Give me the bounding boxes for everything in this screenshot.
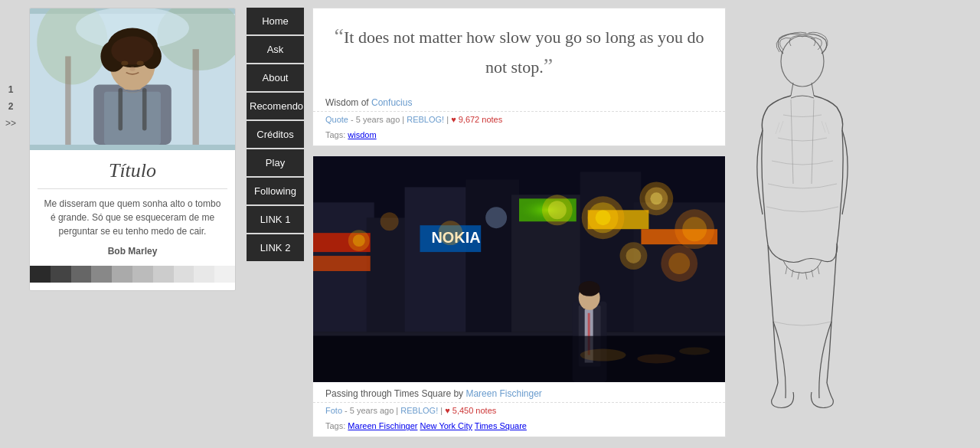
- quote-content: It does not matter how slow you go so lo…: [313, 8, 725, 93]
- nav-item-following[interactable]: Following: [247, 178, 304, 204]
- quote-separator-1: -: [351, 115, 356, 124]
- quote-tags: Tags: wisdom: [313, 129, 725, 146]
- svg-point-52: [438, 221, 462, 246]
- svg-point-61: [579, 281, 600, 296]
- quote-source-link[interactable]: Confucius: [371, 97, 412, 108]
- svg-point-48: [668, 253, 690, 274]
- left-numbers-panel: 1 2 >>: [0, 0, 21, 448]
- svg-point-65: [679, 348, 710, 355]
- photo-heart-count: ♥ 5,450 notes: [445, 406, 496, 415]
- right-decorative-panel: [733, 0, 879, 448]
- svg-point-44: [548, 201, 567, 220]
- svg-point-50: [353, 235, 365, 247]
- photo-tag-times-square[interactable]: Times Square: [475, 421, 527, 430]
- svg-rect-32: [313, 256, 371, 271]
- photo-tags: Tags: Mareen Fischinger New York City Ti…: [313, 420, 725, 437]
- svg-point-42: [682, 217, 707, 242]
- color-swatch: [30, 266, 51, 283]
- profile-sidebar: Título Me disseram que quem sonha alto o…: [21, 0, 243, 448]
- nav-item-recomendo[interactable]: Recomendo: [247, 93, 304, 119]
- svg-rect-3: [65, 56, 70, 145]
- svg-rect-66: [741, 31, 864, 414]
- photo-tags-label: Tags:: [325, 421, 345, 430]
- quote-text: It does not matter how slow you go so lo…: [332, 21, 707, 80]
- nav-item-créditos[interactable]: Créditos: [247, 121, 304, 148]
- profile-image: [30, 8, 235, 150]
- color-swatch: [174, 266, 194, 283]
- photo-tag-mareen[interactable]: Mareen Fischinger: [348, 421, 417, 430]
- color-swatch: [132, 266, 153, 283]
- svg-point-63: [580, 349, 626, 361]
- color-swatch: [112, 266, 132, 283]
- left-arrow[interactable]: >>: [5, 118, 16, 129]
- quote-tags-label: Tags:: [325, 130, 345, 139]
- svg-point-53: [485, 208, 507, 229]
- color-swatch: [51, 266, 71, 283]
- nav-item-ask[interactable]: Ask: [247, 36, 304, 63]
- nav-item-home[interactable]: Home: [247, 8, 304, 34]
- quote-source-label: Wisdom of: [325, 97, 369, 108]
- photo-container: NOKIA: [313, 156, 725, 382]
- color-swatch: [91, 266, 112, 283]
- photo-caption-link[interactable]: Mareen Fischinger: [466, 388, 541, 399]
- quote-time-ago: 5 years ago: [356, 115, 400, 124]
- svg-point-15: [111, 37, 153, 65]
- svg-point-37: [596, 211, 611, 226]
- photo-post: NOKIA: [312, 155, 726, 437]
- nav-item-link-2[interactable]: LINK 2: [247, 234, 304, 261]
- left-number-1: 1: [8, 84, 14, 95]
- color-swatch: [153, 266, 174, 283]
- quote-heart-count: ♥ 9,672 notes: [451, 115, 502, 124]
- quote-post-meta: Quote - 5 years ago | REBLOG! | ♥ 9,672 …: [313, 111, 725, 129]
- color-swatch: [194, 266, 214, 283]
- profile-card: Título Me disseram que quem sonha alto o…: [29, 8, 236, 291]
- profile-bio: Me disseram que quem sonha alto o tombo …: [30, 189, 235, 241]
- profile-author: Bob Marley: [30, 241, 235, 263]
- svg-rect-9: [142, 88, 147, 130]
- svg-point-46: [626, 248, 641, 263]
- svg-point-51: [381, 213, 399, 231]
- quote-post: It does not matter how slow you go so lo…: [312, 8, 726, 146]
- color-swatches: [30, 266, 235, 283]
- quote-reblog-link[interactable]: REBLOG!: [407, 115, 444, 124]
- photo-reblog-link[interactable]: REBLOG!: [400, 406, 438, 415]
- svg-point-18: [129, 67, 135, 71]
- profile-title: Título: [38, 150, 227, 189]
- quote-source: Wisdom of Confucius: [313, 93, 725, 111]
- photo-separator-1: -: [345, 406, 350, 415]
- photo-post-type[interactable]: Foto: [325, 406, 342, 415]
- nav-sidebar: HomeAskAboutRecomendoCréditosPlayFollowi…: [243, 0, 305, 448]
- nav-item-about[interactable]: About: [247, 64, 304, 91]
- nav-item-play[interactable]: Play: [247, 149, 304, 176]
- nav-item-link-1[interactable]: LINK 1: [247, 206, 304, 233]
- svg-rect-55: [313, 332, 725, 336]
- svg-point-40: [650, 193, 662, 205]
- photo-tag-nyc[interactable]: New York City: [420, 421, 472, 430]
- quote-post-type[interactable]: Quote: [325, 115, 348, 124]
- main-content: It does not matter how slow you go so lo…: [305, 0, 733, 448]
- photo-caption-text: Passing through Times Square by: [325, 388, 463, 399]
- color-swatch: [214, 266, 235, 283]
- svg-rect-4: [193, 49, 199, 145]
- svg-rect-7: [104, 92, 161, 145]
- quote-tag-wisdom[interactable]: wisdom: [348, 130, 376, 139]
- left-number-2: 2: [8, 101, 14, 112]
- svg-point-64: [637, 355, 675, 364]
- photo-post-meta: Foto - 5 years ago | REBLOG! | ♥ 5,450 n…: [313, 402, 725, 420]
- svg-rect-8: [119, 88, 123, 130]
- photo-time-ago: 5 years ago: [350, 406, 394, 415]
- color-swatch: [71, 266, 92, 283]
- photo-caption: Passing through Times Square by Mareen F…: [313, 382, 725, 402]
